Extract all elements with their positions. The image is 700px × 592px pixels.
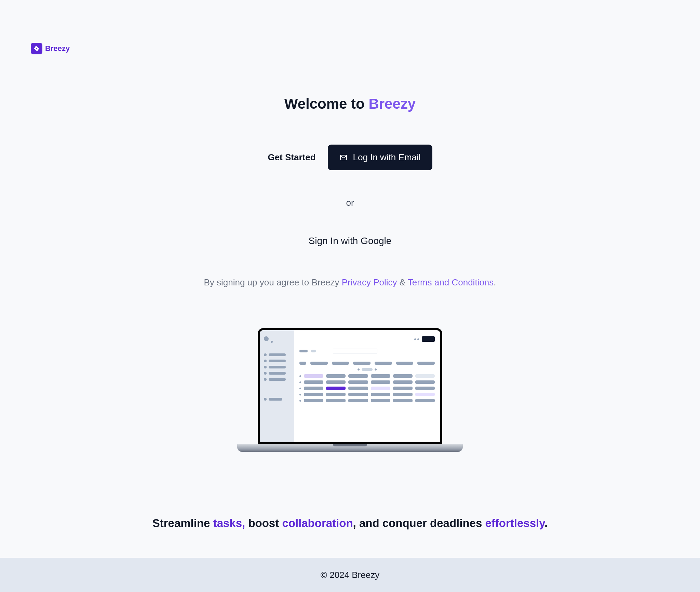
illustration-sidebar xyxy=(260,330,294,442)
legal-text: By signing up you agree to Breezy Privac… xyxy=(204,277,496,288)
google-signin-button[interactable]: Sign In with Google xyxy=(309,236,392,246)
laptop-screen xyxy=(258,328,442,444)
svg-point-0 xyxy=(36,48,37,49)
auth-buttons-row: Get Started Log In with Email xyxy=(268,145,432,170)
logo-text: Breezy xyxy=(45,44,70,53)
title-prefix: Welcome to xyxy=(284,96,369,112)
legal-amp: & xyxy=(397,277,408,287)
legal-suffix: . xyxy=(494,277,496,287)
mail-icon xyxy=(339,153,348,162)
login-email-button[interactable]: Log In with Email xyxy=(328,145,432,170)
logo-icon xyxy=(31,43,42,54)
laptop-base xyxy=(237,444,463,452)
terms-link[interactable]: Terms and Conditions xyxy=(408,277,494,287)
privacy-policy-link[interactable]: Privacy Policy xyxy=(342,277,397,287)
get-started-link[interactable]: Get Started xyxy=(268,152,315,163)
title-brand: Breezy xyxy=(368,96,416,112)
copyright: © 2024 Breezy xyxy=(321,570,379,580)
product-illustration xyxy=(237,328,463,458)
main-content: Welcome to Breezy Get Started Log In wit… xyxy=(0,96,700,288)
tagline: Streamline tasks, boost collaboration, a… xyxy=(152,517,548,530)
or-separator: or xyxy=(346,198,354,208)
legal-prefix: By signing up you agree to Breezy xyxy=(204,277,341,287)
page-title: Welcome to Breezy xyxy=(284,96,416,112)
illustration-content xyxy=(294,330,440,442)
login-email-label: Log In with Email xyxy=(353,152,421,163)
logo[interactable]: Breezy xyxy=(31,43,70,54)
footer: © 2024 Breezy xyxy=(0,558,700,592)
